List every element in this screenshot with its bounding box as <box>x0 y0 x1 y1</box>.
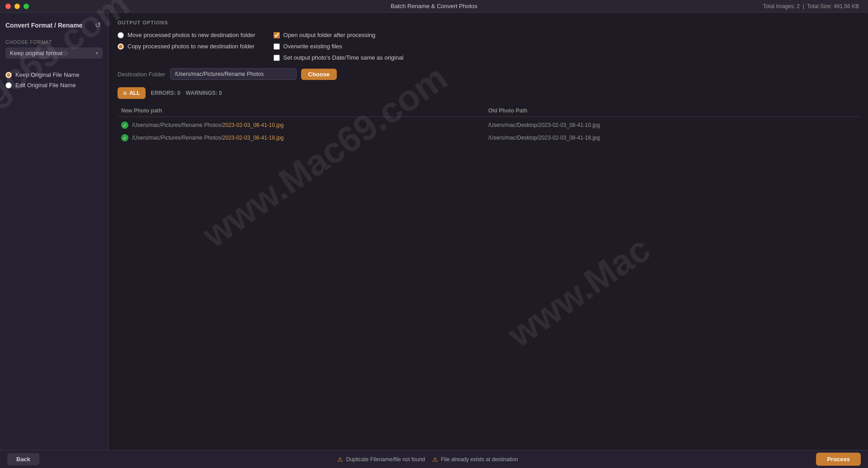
filter-warnings: WARNINGS: 0 <box>186 90 222 96</box>
options-left: Move processed photos to new destination… <box>118 32 255 61</box>
bottom-warnings: ⚠ Duplicate Filename/file not found ⚠ Fi… <box>337 456 518 463</box>
path-highlight-1: 2023-02-03_08-41-10.jpg <box>222 122 283 128</box>
output-options: Move processed photos to new destination… <box>118 32 859 61</box>
dest-folder-row: Destination Folder Choose <box>118 68 859 80</box>
copy-radio[interactable] <box>118 43 124 50</box>
titlebar: Batch Rename & Convert Photos Total Imag… <box>0 0 868 13</box>
cell-new-1: ✓ /Users/mac/Pictures/Rename Photos/2023… <box>121 122 488 129</box>
status-icon-2: ✓ <box>121 134 128 141</box>
back-button[interactable]: Back <box>7 453 39 465</box>
header-stats: Total Images: 2 | Total Size: 491.56 KB <box>763 3 859 9</box>
radio-keep-name-input[interactable] <box>5 72 12 78</box>
sidebar-header: Convert Format / Rename ↺ <box>5 20 103 30</box>
table-row: ✓ /Users/mac/Pictures/Rename Photos/2023… <box>118 119 859 131</box>
warn-item-2: ⚠ File already exists at destination <box>432 456 518 463</box>
rename-options: Keep Original File Name Edit Original Fi… <box>5 71 103 89</box>
move-option[interactable]: Move processed photos to new destination… <box>118 32 255 38</box>
path-base-1: /Users/mac/Pictures/Rename Photos/ <box>132 122 222 128</box>
overwrite-option[interactable]: Overwrite existing files <box>274 43 404 50</box>
overwrite-label: Overwrite existing files <box>283 43 342 50</box>
minimize-button[interactable] <box>14 4 20 9</box>
format-value: Keep original format <box>10 50 96 56</box>
refresh-button[interactable]: ↺ <box>93 20 103 30</box>
format-label: Choose format <box>5 39 103 45</box>
status-icon-1: ✓ <box>121 122 128 129</box>
total-images: Total Images: 2 <box>763 3 800 9</box>
cell-new-2: ✓ /Users/mac/Pictures/Rename Photos/2023… <box>121 134 488 141</box>
total-size: Total Size: 491.56 KB <box>807 3 859 9</box>
move-label: Move processed photos to new destination… <box>127 32 255 38</box>
sidebar: Convert Format / Rename ↺ Choose format … <box>0 13 108 468</box>
sidebar-title: Convert Format / Rename <box>5 22 82 29</box>
path-highlight-2: 2023-02-03_08-41-18.jpg <box>222 135 283 141</box>
col-new-header: New Photo path <box>121 108 162 114</box>
open-folder-checkbox[interactable] <box>274 32 280 38</box>
datetime-checkbox[interactable] <box>274 55 280 61</box>
radio-edit-name-label: Edit Original File Name <box>15 82 76 89</box>
window-title: Batch Rename & Convert Photos <box>391 3 477 9</box>
cell-old-1: /Users/mac/Desktop/2023-02-03_08-41-10.j… <box>488 122 855 128</box>
photo-table: New Photo path Old Photo Path ✓ /Users/m… <box>118 104 859 461</box>
filter-errors: ERRORS: 0 <box>151 90 180 96</box>
open-folder-label: Open output folder after processing <box>283 32 376 38</box>
radio-keep-name[interactable]: Keep Original File Name <box>5 71 103 78</box>
list-icon: ≡ <box>123 89 127 97</box>
radio-edit-name[interactable]: Edit Original File Name <box>5 82 103 89</box>
copy-label: Copy processed photos to new destination… <box>127 43 255 50</box>
warning-icon-1: ⚠ <box>337 456 343 463</box>
chevron-down-icon: ▾ <box>96 51 98 56</box>
filter-bar: ≡ ALL ERRORS: 0 WARNINGS: 0 <box>118 87 859 99</box>
open-folder-option[interactable]: Open output folder after processing <box>274 32 404 38</box>
col-old-header: Old Photo Path <box>488 108 528 114</box>
copy-option[interactable]: Copy processed photos to new destination… <box>118 43 255 50</box>
dest-path-input[interactable] <box>170 68 297 80</box>
maximize-button[interactable] <box>24 4 29 9</box>
datetime-option[interactable]: Set output photo's Date/Time same as ori… <box>274 54 404 61</box>
window-controls[interactable] <box>5 4 29 9</box>
warn-item-1: ⚠ Duplicate Filename/file not found <box>337 456 425 463</box>
warn-text-2: File already exists at destination <box>441 456 518 463</box>
table-row: ✓ /Users/mac/Pictures/Rename Photos/2023… <box>118 131 859 144</box>
section-title: OUTPUT OPTIONS <box>118 20 859 25</box>
move-radio[interactable] <box>118 32 124 38</box>
path-base-2: /Users/mac/Pictures/Rename Photos/ <box>132 135 222 141</box>
table-header: New Photo path Old Photo Path <box>118 104 859 117</box>
cell-old-2: /Users/mac/Desktop/2023-02-03_08-41-18.j… <box>488 135 855 141</box>
bottom-bar: Back ⚠ Duplicate Filename/file not found… <box>0 450 868 468</box>
process-button[interactable]: Process <box>816 453 861 466</box>
radio-keep-name-label: Keep Original File Name <box>15 71 80 78</box>
options-right: Open output folder after processing Over… <box>274 32 404 61</box>
main-content: OUTPUT OPTIONS Move processed photos to … <box>108 13 868 468</box>
dest-label: Destination Folder <box>118 71 165 78</box>
app-layout: Convert Format / Rename ↺ Choose format … <box>0 13 868 468</box>
choose-button[interactable]: Choose <box>301 69 337 80</box>
filter-all-button[interactable]: ≡ ALL <box>118 87 146 99</box>
format-select[interactable]: Keep original format ▾ <box>5 47 103 59</box>
overwrite-checkbox[interactable] <box>274 43 280 50</box>
datetime-label: Set output photo's Date/Time same as ori… <box>283 54 404 61</box>
warn-text-1: Duplicate Filename/file not found <box>346 456 425 463</box>
filter-all-label: ALL <box>129 90 140 96</box>
warning-icon-2: ⚠ <box>432 456 438 463</box>
radio-edit-name-input[interactable] <box>5 82 12 89</box>
format-section: Choose format Keep original format ▾ <box>5 39 103 59</box>
close-button[interactable] <box>5 4 11 9</box>
